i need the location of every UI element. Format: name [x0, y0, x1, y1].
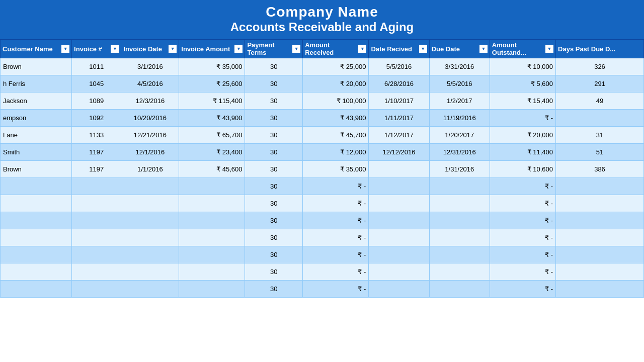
cell-days_past_due: 51: [556, 144, 644, 161]
table-row: 30₹ -₹ -: [1, 212, 644, 229]
cell-invoice_date: [121, 263, 179, 281]
table-row: Brown10113/1/2016₹ 35,00030₹ 25,0005/5/2…: [1, 58, 644, 75]
col-header-invoice_num[interactable]: Invoice #▼: [72, 40, 121, 58]
cell-invoice_num: 1197: [72, 144, 121, 161]
cell-due_date: 1/2/2017: [429, 93, 490, 110]
col-header-amount_received[interactable]: Amount Received▼: [303, 40, 369, 58]
dropdown-arrow-amount_outstanding[interactable]: ▼: [545, 45, 553, 53]
cell-invoice_date: 12/21/2016: [121, 127, 179, 144]
cell-invoice_num: 1092: [72, 110, 121, 127]
cell-amount_received: ₹ 20,000: [303, 75, 369, 93]
cell-customer: Brown: [1, 58, 72, 75]
cell-date_received: [369, 281, 429, 298]
cell-days_past_due: [556, 229, 644, 246]
dropdown-arrow-date_received[interactable]: ▼: [419, 45, 427, 53]
cell-amount_received: ₹ 100,000: [303, 93, 369, 110]
cell-invoice_amount: ₹ 45,600: [179, 161, 245, 178]
cell-date_received: [369, 229, 429, 246]
dropdown-arrow-invoice_amount[interactable]: ▼: [234, 45, 243, 53]
col-label-payment_terms: Payment Terms: [247, 41, 291, 56]
cell-customer: [1, 246, 72, 263]
table-row: empson109210/20/2016₹ 43,90030₹ 43,9001/…: [1, 110, 644, 127]
cell-invoice_num: [72, 195, 121, 212]
dropdown-arrow-amount_received[interactable]: ▼: [358, 45, 366, 53]
cell-amount_received: ₹ -: [303, 229, 369, 246]
cell-invoice_num: [72, 263, 121, 281]
dropdown-arrow-due_date[interactable]: ▼: [479, 45, 488, 53]
cell-amount_outstanding: ₹ -: [490, 229, 555, 246]
cell-due_date: [429, 263, 490, 281]
cell-payment_terms: 30: [245, 246, 303, 263]
table-row: h Ferris10454/5/2016₹ 25,60030₹ 20,0006/…: [1, 75, 644, 93]
cell-date_received: [369, 246, 429, 263]
cell-days_past_due: [556, 110, 644, 127]
cell-days_past_due: [556, 195, 644, 212]
cell-amount_outstanding: ₹ -: [490, 195, 555, 212]
cell-days_past_due: 31: [556, 127, 644, 144]
cell-invoice_date: [121, 212, 179, 229]
dropdown-arrow-invoice_num[interactable]: ▼: [111, 45, 119, 53]
cell-due_date: 12/31/2016: [429, 144, 490, 161]
col-label-amount_outstanding: Amount Outstand...: [492, 41, 544, 56]
col-header-due_date[interactable]: Due Date▼: [429, 40, 490, 58]
col-header-date_received[interactable]: Date Recived▼: [369, 40, 429, 58]
accounts-table: Customer Name▼Invoice #▼Invoice Date▼Inv…: [0, 39, 644, 298]
table-row: Brown11971/1/2016₹ 45,60030₹ 35,0001/31/…: [1, 161, 644, 178]
cell-due_date: [429, 212, 490, 229]
cell-amount_outstanding: ₹ 11,400: [490, 144, 555, 161]
cell-customer: [1, 229, 72, 246]
cell-days_past_due: [556, 263, 644, 281]
cell-amount_received: ₹ -: [303, 178, 369, 195]
cell-invoice_date: 1/1/2016: [121, 161, 179, 178]
cell-amount_outstanding: ₹ -: [490, 110, 555, 127]
col-header-days_past_due: Days Past Due D...: [556, 40, 644, 58]
cell-invoice_num: 1045: [72, 75, 121, 93]
cell-due_date: 3/31/2016: [429, 58, 490, 75]
cell-invoice_amount: [179, 281, 245, 298]
cell-due_date: 1/20/2017: [429, 127, 490, 144]
cell-invoice_date: 4/5/2016: [121, 75, 179, 93]
cell-invoice_amount: ₹ 25,600: [179, 75, 245, 93]
col-label-days_past_due: Days Past Due D...: [558, 45, 641, 53]
cell-days_past_due: 49: [556, 93, 644, 110]
cell-date_received: [369, 263, 429, 281]
cell-days_past_due: 326: [556, 58, 644, 75]
cell-invoice_amount: ₹ 35,000: [179, 58, 245, 75]
cell-payment_terms: 30: [245, 281, 303, 298]
cell-payment_terms: 30: [245, 161, 303, 178]
col-header-amount_outstanding[interactable]: Amount Outstand...▼: [490, 40, 555, 58]
dropdown-arrow-customer[interactable]: ▼: [61, 45, 69, 53]
cell-due_date: 1/31/2016: [429, 161, 490, 178]
cell-date_received: [369, 195, 429, 212]
cell-payment_terms: 30: [245, 212, 303, 229]
cell-amount_received: ₹ 43,900: [303, 110, 369, 127]
cell-amount_outstanding: ₹ -: [490, 263, 555, 281]
cell-amount_received: ₹ 12,000: [303, 144, 369, 161]
cell-amount_received: ₹ 25,000: [303, 58, 369, 75]
cell-customer: h Ferris: [1, 75, 72, 93]
cell-invoice_amount: [179, 212, 245, 229]
col-header-invoice_amount[interactable]: Invoice Amount▼: [179, 40, 245, 58]
cell-customer: Jackson: [1, 93, 72, 110]
cell-due_date: [429, 281, 490, 298]
cell-invoice_amount: [179, 195, 245, 212]
cell-due_date: 11/19/2016: [429, 110, 490, 127]
cell-invoice_date: 12/3/2016: [121, 93, 179, 110]
col-header-payment_terms[interactable]: Payment Terms▼: [245, 40, 303, 58]
header-section: Company Name Accounts Receivable and Agi…: [0, 0, 644, 39]
cell-date_received: 6/28/2016: [369, 75, 429, 93]
cell-customer: [1, 178, 72, 195]
cell-due_date: 5/5/2016: [429, 75, 490, 93]
cell-days_past_due: [556, 212, 644, 229]
cell-due_date: [429, 229, 490, 246]
dropdown-arrow-payment_terms[interactable]: ▼: [292, 45, 300, 53]
cell-invoice_amount: ₹ 23,400: [179, 144, 245, 161]
cell-invoice_date: [121, 229, 179, 246]
col-header-customer[interactable]: Customer Name▼: [1, 40, 72, 58]
table-row: 30₹ -₹ -: [1, 178, 644, 195]
cell-customer: Smith: [1, 144, 72, 161]
col-header-invoice_date[interactable]: Invoice Date▼: [121, 40, 179, 58]
cell-date_received: 1/12/2017: [369, 127, 429, 144]
dropdown-arrow-invoice_date[interactable]: ▼: [169, 45, 177, 53]
col-label-invoice_num: Invoice #: [74, 45, 110, 53]
